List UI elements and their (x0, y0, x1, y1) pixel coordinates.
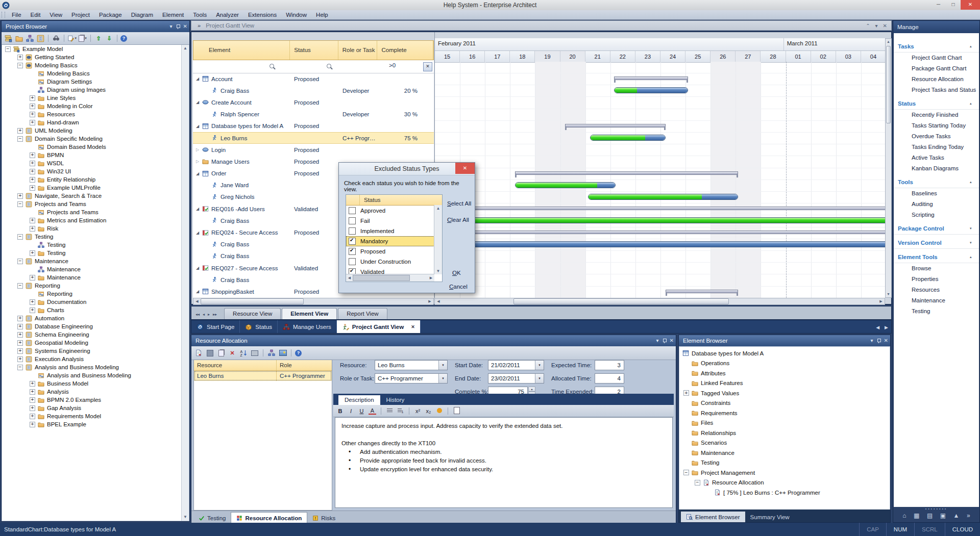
checkbox[interactable] (349, 227, 356, 235)
print-icon[interactable] (250, 348, 259, 358)
menu-item[interactable]: Help (311, 10, 333, 19)
expander-icon[interactable] (30, 95, 35, 101)
manage-row-label[interactable]: Tasks (894, 43, 970, 49)
tree-item[interactable]: Business Model (2, 379, 189, 388)
tree-item[interactable]: Testing (2, 241, 189, 249)
tree-item[interactable]: [ 75% ] Leo Burns : C++ Programmer (679, 488, 890, 498)
manage-row[interactable]: Active Tasks (894, 152, 979, 163)
section-toggle-icon[interactable] (970, 226, 979, 231)
menu-item[interactable]: Edit (26, 10, 45, 19)
manage-row[interactable]: Properties (894, 274, 979, 285)
checkbox[interactable] (349, 207, 356, 214)
panel-menu-icon[interactable]: ▾ (170, 21, 173, 32)
scroll-left-icon[interactable]: ◀ (193, 298, 201, 304)
status-list-row[interactable]: Approved (346, 206, 434, 216)
tree-item[interactable]: Documentation (2, 298, 189, 306)
manage-row-label[interactable]: Tasks Starting Today (912, 122, 966, 129)
dock-tab[interactable]: Testing (193, 513, 231, 523)
row-expander-icon[interactable] (196, 231, 202, 235)
chart-vertical-scrollbar[interactable]: ▲ ▼ (885, 38, 892, 298)
allocated-time-input[interactable]: 4 (595, 373, 624, 384)
row-expander-icon[interactable] (196, 266, 202, 270)
scroll-down-icon[interactable]: ▼ (182, 514, 189, 521)
row-expander-icon[interactable] (196, 159, 202, 164)
manage-row-label[interactable]: Resource Allocation (912, 76, 964, 82)
bold-button[interactable]: B (336, 408, 344, 414)
manage-row-label[interactable]: Active Tasks (912, 155, 944, 161)
scroll-right-icon[interactable]: ▶ (877, 298, 885, 304)
section-toggle-icon[interactable] (970, 241, 979, 245)
tree-item[interactable]: BPMN (2, 151, 189, 159)
font-color-button[interactable]: A (369, 407, 376, 415)
menu-item[interactable]: Project (67, 10, 94, 19)
gantt-row[interactable]: Leo Burns C++ Program... 75 % (193, 132, 434, 144)
tree-item[interactable]: Gap Analysis (2, 404, 189, 412)
move-down-icon[interactable]: ⇩ (105, 34, 114, 43)
expander-icon[interactable] (30, 120, 35, 125)
scroll-down-icon[interactable]: ▼ (886, 291, 891, 297)
clear-all-button[interactable]: Clear All (447, 217, 469, 223)
manage-row-label[interactable]: Recently Finished (912, 112, 958, 118)
list-vertical-scrollbar[interactable]: ▲ ▼ (434, 205, 442, 274)
tree-item[interactable]: Diagram using Images (2, 86, 189, 94)
manage-row[interactable]: Baselines (894, 188, 979, 199)
manage-row[interactable]: Overdue Tasks (894, 131, 979, 142)
edit-icon[interactable]: ▾ (67, 34, 77, 43)
expander-icon[interactable] (30, 308, 35, 313)
tree-item[interactable]: Attributes (679, 368, 890, 378)
manage-row[interactable]: Project Tasks and Status (894, 85, 979, 95)
document-tab[interactable]: Start Page ✕ (191, 320, 240, 333)
tree-item[interactable]: Resource Allocation (679, 478, 890, 488)
tree-item[interactable]: BPMN 2.0 Examples (2, 396, 189, 404)
tree-item[interactable]: Operations (679, 359, 890, 369)
expander-icon[interactable] (30, 226, 35, 232)
manage-row[interactable]: Browse (894, 263, 979, 274)
superscript-button[interactable]: x² (414, 408, 422, 414)
panel-close-icon[interactable]: ✕ (670, 335, 674, 346)
hierarchy-icon[interactable] (267, 348, 276, 358)
tree-item[interactable]: Scenarios (679, 438, 890, 448)
scroll-left-icon[interactable]: ◀ (346, 275, 353, 281)
tree-item[interactable]: Modeling in Color (2, 102, 189, 110)
panel-close-icon[interactable]: ✕ (884, 335, 888, 346)
tree-item[interactable]: Domain Based Models (2, 143, 189, 151)
expander-icon[interactable] (30, 397, 35, 403)
expander-icon[interactable] (30, 218, 35, 223)
minimize-button[interactable]: ─ (931, 0, 946, 10)
tree-item[interactable]: Maintenance (679, 448, 890, 458)
section-toggle-icon[interactable] (970, 44, 979, 48)
collapse-chevrons-icon[interactable]: » (198, 22, 201, 29)
column-header-status[interactable]: Status (290, 41, 338, 60)
manage-row-label[interactable]: Kanban Diagrams (912, 165, 959, 171)
find-in-browser-icon[interactable] (52, 34, 61, 43)
expander-icon[interactable] (683, 390, 689, 396)
tree-item[interactable]: Tagged Values (679, 388, 890, 398)
new-icon[interactable] (194, 348, 203, 358)
tree-item[interactable]: Constraints (679, 398, 890, 409)
expander-icon[interactable] (17, 340, 23, 346)
scroll-left-icon[interactable]: ◀ (435, 298, 442, 304)
expander-icon[interactable] (17, 316, 23, 321)
allocation-grid-row[interactable]: Leo Burns C++ Programmer (194, 371, 332, 381)
manage-row-label[interactable]: Testing (912, 308, 930, 314)
manage-row-label[interactable]: Project Tasks and Status (912, 87, 976, 93)
manage-row-label[interactable]: Overdue Tasks (912, 133, 951, 139)
status-list-header[interactable]: Status (360, 195, 381, 205)
last-view-icon[interactable]: ▸▸ (213, 312, 217, 317)
manage-row[interactable]: Recently Finished (894, 110, 979, 120)
status-list-row[interactable]: Proposed (346, 246, 434, 257)
tree-item[interactable]: Win32 UI (2, 167, 189, 175)
tree-item[interactable]: Project Management (679, 468, 890, 478)
tree-item[interactable]: Automation (2, 314, 189, 322)
bullet-list-button[interactable] (386, 408, 394, 414)
section-toggle-icon[interactable] (970, 101, 979, 106)
delete-icon[interactable]: ✕ (228, 348, 237, 358)
tree-item[interactable]: Reporting (2, 290, 189, 298)
browser-tab[interactable]: Element Browser (681, 512, 745, 522)
resource-combo[interactable]: Leo Burns▾ (375, 360, 448, 370)
role-combo[interactable]: C++ Programmer▾ (375, 373, 448, 384)
project-browser-scrollbar[interactable]: ▲ ▼ (181, 45, 189, 521)
tree-item[interactable]: Projects and Teams (2, 200, 189, 208)
panel-menu-icon[interactable]: ▾ (656, 335, 659, 346)
tree-item[interactable]: Systems Engineering (2, 347, 189, 355)
